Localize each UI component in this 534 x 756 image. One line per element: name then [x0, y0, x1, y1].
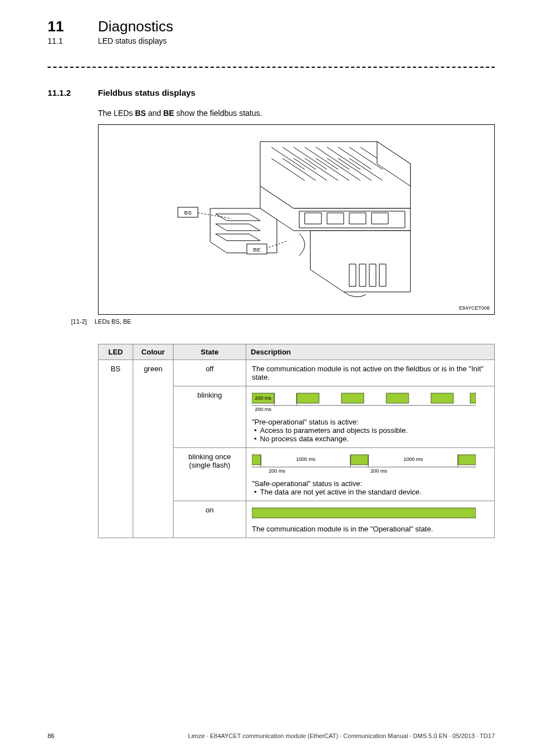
- cell-desc-blinking: 200 ms 200 ms "Pre-operational" status i…: [246, 386, 495, 448]
- cell-state-on: on: [174, 501, 246, 538]
- subsection-title: Fieldbus status displays: [98, 88, 195, 97]
- intro-text: The LEDs BS and BE show the fieldbus sta…: [98, 109, 495, 118]
- led-table: LED Colour State Description BS green of…: [98, 344, 495, 538]
- svg-rect-36: [470, 393, 476, 403]
- th-state: State: [174, 344, 246, 360]
- svg-text:200 ms: 200 ms: [255, 407, 271, 412]
- svg-text:200 ms: 200 ms: [269, 468, 285, 474]
- svg-text:1000 ms: 1000 ms: [404, 456, 423, 462]
- figure-device: BS BE E84YCET006: [98, 124, 495, 315]
- subsection-number: 11.1.2: [48, 88, 98, 97]
- th-led: LED: [99, 344, 133, 360]
- page-footer: 86 Lenze · E84AYCET communication module…: [48, 732, 495, 739]
- cell-colour: green: [133, 360, 174, 538]
- svg-rect-32: [297, 393, 319, 403]
- cell-state-single: blinking once (single flash): [174, 448, 246, 501]
- svg-rect-42: [252, 455, 261, 465]
- svg-text:1000 ms: 1000 ms: [296, 456, 316, 462]
- cell-desc-on: The communication module is in the "Oper…: [246, 501, 495, 538]
- callout-bs: BS: [184, 209, 192, 216]
- divider: [48, 67, 495, 68]
- page-number: 86: [48, 732, 54, 739]
- footer-text: Lenze · E84AYCET communication module (E…: [188, 732, 495, 739]
- figure-code: E84YCET006: [459, 305, 490, 311]
- callout-be: BE: [253, 246, 261, 253]
- svg-text:200 ms: 200 ms: [255, 395, 271, 401]
- section-number: 11.1: [48, 36, 98, 45]
- svg-rect-17: [299, 211, 405, 228]
- chapter-title: Diagnostics: [98, 18, 173, 35]
- table-row: BS green off The communication module is…: [99, 360, 495, 386]
- figure-caption: [11-2]LEDs BS, BE: [71, 318, 495, 325]
- cell-desc-off: The communication module is not active o…: [246, 360, 495, 386]
- svg-rect-44: [458, 455, 476, 465]
- svg-rect-35: [431, 393, 453, 403]
- section-title: LED status displays: [98, 36, 167, 45]
- svg-rect-53: [252, 508, 476, 518]
- svg-rect-34: [386, 393, 409, 403]
- cell-state-blinking: blinking: [174, 386, 246, 448]
- svg-rect-33: [341, 393, 364, 403]
- cell-state-off: off: [174, 360, 246, 386]
- cell-led: BS: [99, 360, 133, 538]
- device-drawing: BS BE: [99, 125, 494, 314]
- svg-rect-43: [350, 455, 368, 465]
- timing-single: 1000 ms 1000 ms 200 ms 200 ms: [252, 452, 476, 475]
- timing-on: [252, 506, 476, 520]
- svg-text:200 ms: 200 ms: [371, 468, 387, 474]
- chapter-number: 11: [48, 18, 98, 35]
- th-colour: Colour: [133, 344, 174, 360]
- cell-desc-single: 1000 ms 1000 ms 200 ms 200 ms "Safe-oper…: [246, 448, 495, 501]
- th-desc: Description: [246, 344, 495, 360]
- timing-blinking: 200 ms 200 ms: [252, 391, 476, 413]
